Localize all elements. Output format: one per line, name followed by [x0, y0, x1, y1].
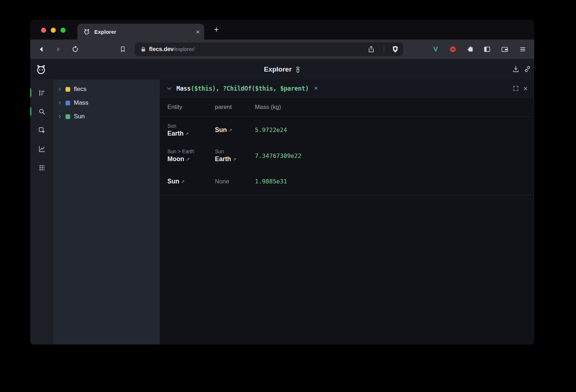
reload-button[interactable]: [71, 45, 80, 54]
url-bar[interactable]: flecs.dev/explorer/: [135, 42, 403, 56]
zoom-window-button[interactable]: [60, 28, 66, 33]
external-link-icon: ↗: [185, 131, 189, 136]
entity-color-swatch: [66, 101, 70, 105]
external-link-icon: ↗: [229, 128, 232, 133]
query-panel: Mass($this), ?ChildOf($this, $parent) × …: [160, 79, 534, 345]
tab-strip: Explorer × +: [30, 20, 534, 40]
query-header: Mass($this), ?ChildOf($this, $parent) × …: [160, 79, 534, 97]
new-tab-button[interactable]: +: [211, 24, 221, 35]
share-icon[interactable]: [367, 45, 375, 53]
column-entity: Entity: [167, 104, 215, 110]
lock-icon[interactable]: [140, 46, 147, 53]
flecs-favicon-icon: [83, 28, 90, 35]
vue-devtools-icon[interactable]: V: [431, 45, 440, 54]
sidebar-toggle-icon[interactable]: [483, 45, 491, 54]
chevron-right-icon: [58, 101, 62, 105]
parent-cell: Sun↗: [215, 126, 255, 134]
mass-value: 1.9885e31: [255, 178, 534, 185]
parent-path: Sun: [215, 149, 255, 154]
mass-value: 5.9722e24: [255, 127, 534, 133]
bookmark-icon[interactable]: [118, 45, 127, 54]
url-domain: flecs.dev: [149, 46, 174, 52]
fullscreen-icon[interactable]: [513, 85, 519, 92]
sidebar-item-journal[interactable]: [30, 159, 53, 176]
column-mass: Mass (kg): [255, 104, 534, 110]
table-row: Sun↗ None 1.9885e31: [160, 168, 534, 195]
external-link-icon: ↗: [186, 157, 190, 162]
tool-sidebar: [30, 79, 53, 345]
entity-tree-panel: flecs Mass Sun: [53, 79, 160, 345]
hexagon-extension-icon[interactable]: [449, 45, 457, 54]
parent-link[interactable]: Earth↗: [215, 155, 255, 163]
divider: [384, 46, 384, 53]
connection-icon[interactable]: [295, 65, 301, 73]
url-path: /explorer/: [174, 46, 194, 52]
menu-icon[interactable]: [518, 45, 527, 54]
query-clear-icon[interactable]: ×: [314, 84, 318, 92]
parent-none: None: [215, 178, 255, 185]
column-parent: parent: [215, 104, 255, 110]
table-header: Entity parent Mass (kg): [160, 97, 534, 117]
tree-item-mass[interactable]: Mass: [53, 96, 160, 110]
parent-cell: None: [215, 178, 255, 185]
parent-cell: Sun Earth↗: [215, 149, 255, 163]
browser-toolbar: flecs.dev/explorer/ V: [30, 40, 534, 59]
table-row: Sun Earth↗ Sun↗ 5.9722e24: [160, 117, 534, 143]
mass-value: 7.34767309e22: [255, 152, 534, 159]
brave-shield-icon[interactable]: [391, 45, 400, 54]
parent-link[interactable]: Sun↗: [215, 126, 255, 134]
extensions-puzzle-icon[interactable]: [466, 45, 474, 54]
sidebar-item-entities[interactable]: [30, 85, 53, 101]
content-area: flecs Mass Sun Mass($this), ?ChildOf($th…: [30, 79, 534, 345]
entity-path: Sun > Earth: [167, 149, 215, 154]
sidebar-item-inspect[interactable]: [30, 122, 53, 138]
tab-close-icon[interactable]: ×: [196, 28, 200, 35]
app-header: Explorer: [30, 59, 534, 79]
close-window-button[interactable]: [41, 28, 46, 33]
page-title: Explorer: [264, 65, 301, 73]
sidebar-item-stats[interactable]: [30, 141, 53, 157]
back-button[interactable]: [37, 45, 46, 54]
table-row: Sun > Earth Moon↗ Sun Earth↗ 7.34767309e…: [160, 143, 534, 168]
tree-item-label: Sun: [74, 113, 85, 120]
minimize-window-button[interactable]: [51, 28, 56, 33]
external-link-icon: ↗: [233, 157, 237, 162]
permalink-icon[interactable]: [523, 65, 531, 73]
entity-link[interactable]: Earth↗: [167, 130, 215, 137]
download-icon[interactable]: [512, 65, 520, 73]
entity-cell: Sun Earth↗: [167, 123, 215, 137]
tree-item-flecs[interactable]: flecs: [53, 82, 160, 96]
forward-button[interactable]: [54, 45, 63, 54]
tab-title: Explorer: [94, 29, 192, 35]
tree-item-sun[interactable]: Sun: [53, 110, 160, 123]
table-body: Sun Earth↗ Sun↗ 5.9722e24 Sun > Earth Mo…: [160, 117, 534, 195]
query-expression-input[interactable]: Mass($this), ?ChildOf($this, $parent): [176, 85, 309, 92]
sidebar-item-query[interactable]: [30, 103, 53, 120]
entity-path: Sun: [167, 123, 215, 129]
external-link-icon: ↗: [181, 179, 185, 184]
entity-cell: Sun↗: [167, 178, 215, 185]
flecs-logo-icon[interactable]: [35, 64, 47, 75]
wallet-icon[interactable]: [500, 45, 509, 54]
chevron-right-icon: [58, 87, 62, 91]
close-panel-icon[interactable]: ×: [523, 85, 528, 92]
url-text: flecs.dev/explorer/: [149, 42, 195, 56]
tree-item-label: Mass: [74, 99, 89, 106]
entity-color-swatch: [66, 87, 70, 92]
entity-link[interactable]: Moon↗: [167, 155, 215, 163]
browser-window: Explorer × + fle: [30, 20, 534, 345]
browser-tab[interactable]: Explorer ×: [77, 24, 204, 40]
entity-color-swatch: [66, 114, 70, 119]
chevron-down-icon[interactable]: [166, 86, 172, 91]
tree-item-label: flecs: [74, 86, 86, 93]
traffic-lights: [41, 28, 66, 33]
entity-link[interactable]: Sun↗: [167, 178, 215, 185]
entity-cell: Sun > Earth Moon↗: [167, 149, 215, 163]
chevron-right-icon: [58, 114, 62, 119]
